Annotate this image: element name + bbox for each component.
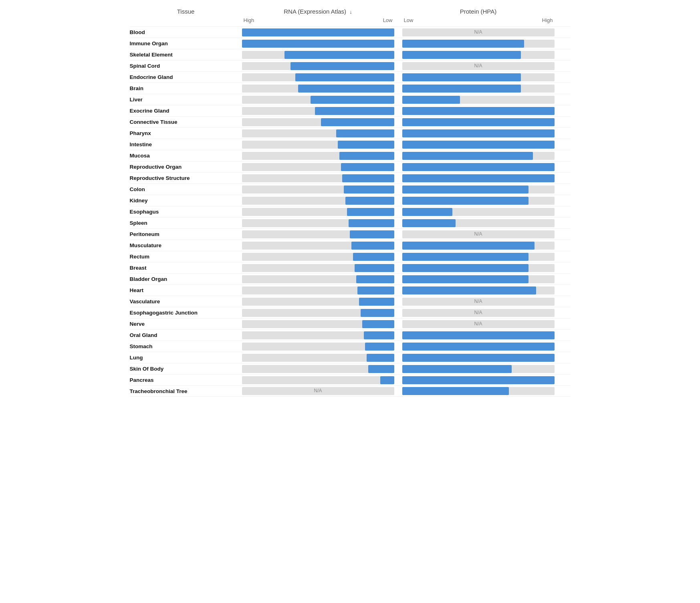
rna-bar-fill bbox=[364, 331, 394, 339]
protein-bar-fill bbox=[402, 275, 529, 283]
header-row: Tissue RNA (Expression Atlas) ↓ Protein … bbox=[130, 8, 571, 15]
rna-bar-fill bbox=[338, 141, 394, 149]
rna-bar bbox=[242, 208, 394, 216]
rna-bar bbox=[242, 40, 394, 48]
rna-bar bbox=[242, 28, 394, 36]
protein-bar bbox=[402, 354, 555, 362]
protein-bar-fill bbox=[402, 242, 535, 250]
tissue-name: Reproductive Organ bbox=[130, 164, 242, 170]
tissue-name: Exocrine Gland bbox=[130, 108, 242, 114]
protein-bar-fill bbox=[402, 264, 529, 272]
table-row: Connective Tissue bbox=[130, 116, 571, 127]
table-row: PeritoneumN/A bbox=[130, 228, 571, 240]
protein-bar-fill bbox=[402, 96, 460, 104]
protein-bar: N/A bbox=[402, 230, 555, 238]
sort-icon[interactable]: ↓ bbox=[349, 9, 352, 15]
table-row: Kidney bbox=[130, 195, 571, 206]
rna-bar-fill bbox=[336, 129, 394, 137]
protein-bar-fill bbox=[402, 73, 521, 81]
table-row: Tracheobronchial TreeN/A bbox=[130, 385, 571, 397]
tissue-name: Vasculature bbox=[130, 298, 242, 305]
tissue-name: Immune Organ bbox=[130, 40, 242, 46]
rna-bar-fill bbox=[242, 28, 394, 36]
tissue-name: Peritoneum bbox=[130, 231, 242, 237]
protein-bar-fill bbox=[402, 387, 509, 395]
protein-na-label: N/A bbox=[402, 310, 555, 315]
table-row: Esophagogastric JunctionN/A bbox=[130, 307, 571, 318]
tissue-name: Intestine bbox=[130, 141, 242, 147]
protein-na-label: N/A bbox=[402, 321, 555, 327]
protein-bar bbox=[402, 197, 555, 205]
table-row: Spleen bbox=[130, 217, 571, 228]
rna-bar bbox=[242, 197, 394, 205]
table-row: Heart bbox=[130, 284, 571, 296]
rna-bar-fill bbox=[342, 174, 394, 182]
rna-bar-fill bbox=[357, 286, 394, 294]
protein-bar: N/A bbox=[402, 298, 555, 306]
subheader-row: High Low Low High bbox=[130, 17, 571, 23]
table-row: Brain bbox=[130, 83, 571, 94]
tissue-name: Skeletal Element bbox=[130, 52, 242, 58]
protein-na-label: N/A bbox=[402, 63, 555, 69]
tissue-name: Kidney bbox=[130, 198, 242, 204]
rna-bar bbox=[242, 320, 394, 328]
tissue-name: Endocrine Gland bbox=[130, 74, 242, 80]
protein-bar-fill bbox=[402, 219, 456, 227]
table-row: Intestine bbox=[130, 139, 571, 150]
rna-bar bbox=[242, 219, 394, 227]
table-row: Exocrine Gland bbox=[130, 105, 571, 116]
protein-bar bbox=[402, 242, 555, 250]
rna-bar bbox=[242, 186, 394, 194]
protein-bar bbox=[402, 331, 555, 339]
protein-bar-fill bbox=[402, 85, 521, 93]
tissue-name: Spleen bbox=[130, 220, 242, 226]
rna-bar bbox=[242, 275, 394, 283]
protein-bar-fill bbox=[402, 286, 536, 294]
protein-bar: N/A bbox=[402, 309, 555, 317]
protein-low-label: Low bbox=[404, 17, 414, 23]
tissue-name: Bladder Organ bbox=[130, 276, 242, 282]
rna-bar-fill bbox=[298, 85, 394, 93]
protein-na-label: N/A bbox=[402, 231, 555, 237]
rna-bar-fill bbox=[355, 264, 394, 272]
protein-bar-fill bbox=[402, 343, 555, 351]
protein-bar bbox=[402, 208, 555, 216]
rna-bar bbox=[242, 152, 394, 160]
rna-bar bbox=[242, 73, 394, 81]
rna-bar bbox=[242, 129, 394, 137]
tissue-name: Liver bbox=[130, 97, 242, 103]
protein-bar bbox=[402, 141, 555, 149]
table-row: Reproductive Structure bbox=[130, 172, 571, 184]
table-row: Endocrine Gland bbox=[130, 71, 571, 83]
rna-na-label: N/A bbox=[242, 388, 394, 393]
rna-bar bbox=[242, 107, 394, 115]
protein-bar bbox=[402, 96, 555, 104]
tissue-name: Reproductive Structure bbox=[130, 175, 242, 181]
protein-bar bbox=[402, 275, 555, 283]
tissue-name: Tracheobronchial Tree bbox=[130, 388, 242, 394]
rna-bar-fill bbox=[341, 163, 394, 171]
rna-bar-fill bbox=[311, 96, 394, 104]
protein-header: Protein (HPA) bbox=[402, 8, 555, 15]
rna-bar-fill bbox=[353, 253, 394, 261]
protein-bar-fill bbox=[402, 152, 533, 160]
protein-bar bbox=[402, 152, 555, 160]
rna-bar-fill bbox=[359, 298, 394, 306]
table-row: Breast bbox=[130, 262, 571, 273]
rna-bar-fill bbox=[367, 354, 394, 362]
protein-bar bbox=[402, 40, 555, 48]
rna-bar: N/A bbox=[242, 387, 394, 395]
rna-bar-fill bbox=[345, 197, 394, 205]
protein-high-label: High bbox=[542, 17, 553, 23]
table-row: Liver bbox=[130, 94, 571, 105]
tissue-name: Stomach bbox=[130, 343, 242, 349]
rna-bar bbox=[242, 354, 394, 362]
protein-bar bbox=[402, 129, 555, 137]
rna-bar bbox=[242, 174, 394, 182]
table-row: Immune Organ bbox=[130, 38, 571, 49]
table-row: VasculatureN/A bbox=[130, 296, 571, 307]
tissue-name: Blood bbox=[130, 29, 242, 35]
table-row: Skin Of Body bbox=[130, 363, 571, 374]
tissue-name: Skin Of Body bbox=[130, 366, 242, 372]
rna-bar-fill bbox=[351, 242, 394, 250]
